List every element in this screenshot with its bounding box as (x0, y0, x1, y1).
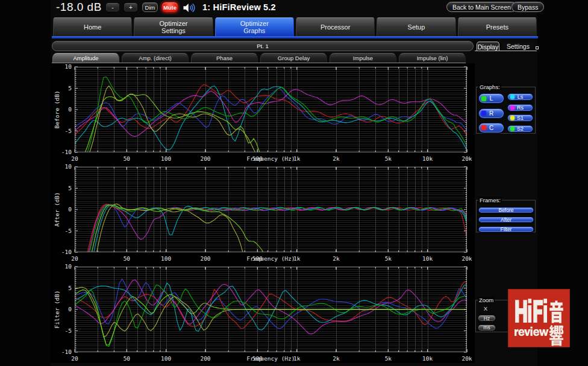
y-axis-title: After (dB) (54, 192, 60, 226)
y-tick-label: 0 (68, 106, 72, 113)
x-tick-label: 500 (252, 155, 263, 162)
main-tab-label: Settings (161, 27, 186, 35)
zoom-axis-label: X (481, 305, 490, 312)
graph-tab-amp-direct[interactable]: Amp. (direct) (122, 53, 189, 63)
dim-button[interactable]: Dim (142, 2, 158, 12)
main-tab-processor[interactable]: Processor (296, 17, 375, 36)
frame-button-before[interactable]: Before (478, 207, 534, 214)
main-tab-bar: HomeOptimizerSettingsOptimizerGraphsProc… (53, 17, 537, 36)
y-tick-label: 0 (68, 306, 72, 312)
app-title: 1: HiFiReview 5.2 (202, 2, 276, 12)
main-tab-optimizer-settings[interactable]: OptimizerSettings (134, 17, 213, 36)
x-tick-label: 10k (422, 155, 433, 162)
x-tick-label: 20 (71, 355, 78, 362)
channel-color-swatch-r (481, 111, 486, 116)
channel-button-s2[interactable]: S2 (507, 125, 533, 132)
after-response-chart: Frequency (Hz)20501002005001k2k5k10k20k1… (51, 163, 475, 263)
graph-tab-group-delay[interactable]: Group Delay (260, 53, 327, 63)
zoom-unit-button-hz[interactable]: Hz (478, 315, 496, 321)
channel-button-r[interactable]: R (478, 108, 504, 119)
channel-button-l[interactable]: L (478, 93, 504, 104)
zoom-unit-button-ms[interactable]: ms (478, 324, 496, 331)
frame-button-filter[interactable]: Filter (478, 226, 534, 233)
x-tick-label: 2k (333, 155, 340, 162)
speaker-icon (183, 2, 196, 13)
x-tick-label: 20k (461, 255, 472, 262)
x-tick-label: 50 (124, 255, 131, 262)
panel-tab-display[interactable]: Display (477, 42, 499, 51)
channel-button-label: Ls (518, 94, 524, 100)
frames-group-label: Frames: (478, 197, 502, 203)
channel-button-ls[interactable]: Ls (507, 93, 533, 101)
x-tick-label: 10k (422, 355, 433, 362)
volume-decrease-button[interactable]: - (105, 2, 120, 12)
frames-group: Frames: BeforeAfterFilter (476, 200, 536, 232)
main-tab-label: Home (84, 23, 101, 31)
y-tick-label: 10 (65, 63, 72, 70)
y-tick-label: -5 (65, 327, 72, 334)
measurement-point-bar[interactable]: Pt. 1 (52, 41, 474, 51)
graph-tab-amplitude[interactable]: Amplitude (52, 53, 119, 63)
main-tab-setup[interactable]: Setup (377, 17, 455, 36)
y-tick-label: 10 (65, 263, 72, 270)
y-tick-label: -5 (65, 228, 72, 234)
x-tick-label: 1k (293, 355, 301, 362)
y-tick-label: 5 (68, 285, 72, 291)
channel-button-c[interactable]: C (478, 123, 504, 133)
y-tick-label: 10 (65, 163, 72, 170)
back-to-main-screen-button[interactable]: Back to Main Screen (446, 2, 517, 12)
x-tick-label: 5k (385, 155, 392, 162)
x-tick-label: 500 (252, 255, 263, 262)
x-tick-label: 5k (385, 355, 392, 362)
panel-tab-settings[interactable]: Settings (502, 42, 534, 51)
channel-button-label: Rs (517, 105, 524, 111)
sound-wave-2 (191, 5, 192, 10)
channel-color-swatch-ls (510, 95, 514, 99)
measurement-point-label: Pt. 1 (257, 43, 269, 49)
main-tab-presets[interactable]: Presets (458, 17, 537, 36)
hifi-review-logo (508, 289, 570, 347)
channel-color-swatch-l (481, 96, 486, 101)
x-tick-label: 20k (461, 355, 472, 362)
volume-level: -18.0 dB (56, 1, 102, 14)
bypass-button[interactable]: Bypass (511, 2, 544, 12)
main-tab-label: Optimizer (240, 20, 269, 28)
main-tab-label: Setup (408, 23, 425, 31)
channel-button-label: S1 (517, 115, 524, 121)
sound-wave-1 (190, 6, 190, 10)
x-tick-label: 500 (252, 355, 263, 362)
graph-tab-impulse-lin[interactable]: Impulse (lin) (399, 53, 466, 63)
y-tick-label: 5 (68, 185, 72, 191)
channel-button-label: L (490, 95, 493, 102)
main-tab-home[interactable]: Home (53, 17, 132, 36)
active-tab-underline (52, 36, 538, 39)
channel-color-swatch-s1 (510, 116, 514, 120)
main-tab-optimizer-graphs[interactable]: OptimizerGraphs (215, 17, 294, 36)
x-tick-label: 2k (333, 255, 340, 262)
before-response-chart: Frequency (Hz)20501002005001k2k5k10k20k1… (51, 63, 475, 163)
channel-button-label: S2 (517, 126, 524, 132)
x-tick-label: 20 (71, 155, 78, 162)
y-tick-label: 0 (68, 206, 72, 212)
graphs-group-label: Graphs: (478, 84, 501, 90)
x-tick-label: 200 (200, 155, 210, 162)
detach-window-icon[interactable] (536, 46, 539, 49)
graph-tab-impulse[interactable]: Impulse (330, 53, 396, 63)
x-tick-label: 20k (461, 155, 472, 162)
main-tab-label: Presets (486, 23, 508, 31)
x-tick-label: 20 (71, 255, 78, 262)
channel-button-label: C (489, 125, 493, 131)
frame-button-after[interactable]: After (478, 217, 534, 223)
y-axis-title: Before (dB) (54, 91, 60, 129)
volume-increase-button[interactable]: + (124, 2, 138, 12)
x-tick-label: 200 (200, 255, 210, 262)
channel-button-s1[interactable]: S1 (507, 114, 533, 122)
mute-button[interactable]: Mute (161, 2, 178, 13)
y-axis-title: Filter (dB) (54, 291, 60, 329)
panel-tab-underline (475, 51, 537, 51)
y-tick-label: -10 (61, 349, 72, 355)
graph-tab-phase[interactable]: Phase (191, 53, 258, 63)
x-tick-label: 1k (293, 255, 301, 262)
channel-button-rs[interactable]: Rs (507, 104, 533, 111)
x-tick-label: 2k (333, 355, 340, 362)
